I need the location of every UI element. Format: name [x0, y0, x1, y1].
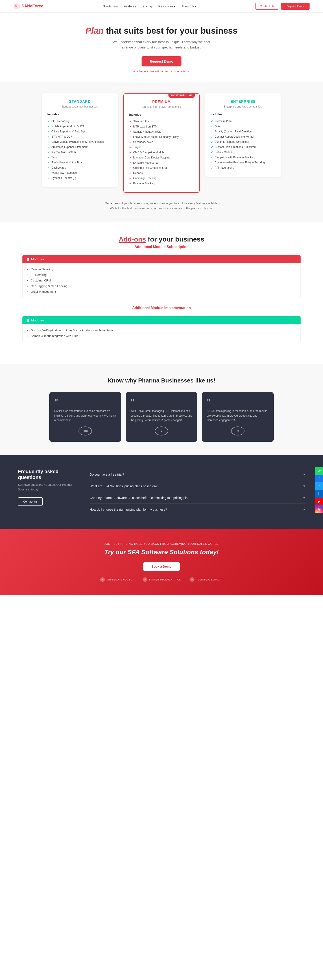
faq-item-3[interactable]: How do I choose the right pricing plan f…	[90, 504, 305, 515]
logo-placeholder-1: ●	[155, 426, 168, 436]
implementation-header: ▦ Modules	[22, 316, 301, 325]
list-item: ✔Quiz	[211, 124, 276, 129]
youtube-link[interactable]: ▶	[315, 498, 323, 505]
faq-item-1[interactable]: What are SFA Solutions' pricing plans ba…	[90, 480, 305, 492]
faq-question-3: How do I choose the right pricing plan f…	[90, 508, 167, 511]
list-item: ✔Offline Reporting & Auto Sync	[48, 129, 112, 134]
cta-badge-icon-0: ✓	[100, 578, 105, 582]
list-item: ✔Survey Module	[211, 150, 276, 155]
cta-badges: ✓ TRY BEFORE YOU BUY ⚡ FASTER IMPLEMENTA…	[9, 578, 314, 582]
faq-left: Frequently asked questions Still have qu…	[18, 469, 76, 515]
nav-resources[interactable]: Resources	[158, 5, 175, 8]
list-item: Customer CRM	[31, 278, 296, 283]
faq-arrow-2: ▾	[303, 496, 305, 500]
hero-title-highlight: Plan	[86, 26, 103, 35]
list-item: ✔Custom Field Creations (10)	[129, 165, 194, 170]
nav-demo-btn[interactable]: Request Demo	[281, 3, 310, 10]
linkedin-link[interactable]: in	[315, 490, 323, 498]
list-item: ✔Custom Field Creations (Unlimited)	[211, 145, 276, 150]
addons-title: Add-ons for your business	[22, 235, 301, 243]
list-item: ✔Dynamic Reports (10)	[129, 160, 194, 165]
includes-label-premium: Includes	[129, 113, 194, 116]
plan-desc-standard: Startups and small businesses.	[48, 105, 112, 108]
list-item: ✔Reports	[129, 170, 194, 176]
testimonial-logo-1: ●	[131, 426, 192, 436]
list-item: ✔Flash News & Notice Board	[48, 160, 112, 165]
hero-schedule-link[interactable]: or schedule time with a product speciali…	[133, 70, 190, 73]
subscription-items: Remote Detailing E - Detailing Customer …	[22, 263, 301, 298]
nav-solutions[interactable]: Solutions	[103, 5, 117, 8]
pricing-card-premium: MOST POPULAR PREMIUM Teams at high-growt…	[124, 93, 200, 193]
list-item: ✔Automatic Expense Statement	[48, 145, 112, 150]
twitter-link[interactable]: t	[315, 482, 323, 490]
hero-title: Plan that suits best for your business	[5, 26, 318, 36]
plan-desc-premium: Teams at high-growth companies.	[129, 105, 194, 108]
list-item: ✔Leave Module as per Company Policy	[129, 134, 194, 140]
whatsapp-link[interactable]: W	[315, 467, 323, 475]
list-item: ✔Target	[129, 145, 194, 150]
list-item: ✔Premium Plan +	[211, 119, 276, 124]
list-item: ✔Manager Core Doctor Mapping	[129, 155, 194, 160]
list-item: ✔Internal Mail System	[48, 150, 112, 155]
implementation-items: Doctors De-Duplication (Unique Doctor An…	[22, 325, 301, 342]
hero-subtitle: We understand that every business is uni…	[5, 39, 318, 50]
addons-title-highlight: Add-ons	[119, 235, 146, 243]
faq-arrow-1: ▾	[303, 484, 305, 488]
faq-section: Frequently asked questions Still have qu…	[0, 455, 323, 529]
list-item: Order Management	[31, 289, 296, 294]
feature-list-enterprise: ✔Premium Plan + ✔Quiz ✔Activity (Custom …	[211, 119, 276, 170]
includes-label-enterprise: Includes	[211, 113, 276, 116]
plan-name-standard: STANDARD	[48, 100, 112, 104]
facebook-link[interactable]: f	[315, 475, 323, 482]
list-item: ✔Dynamic Reports (Unlimited)	[211, 139, 276, 145]
list-item: Doctors De-Duplication (Unique Doctor An…	[31, 328, 296, 333]
nav-pricing[interactable]: Pricing	[142, 5, 152, 8]
logo-placeholder-2: ⊞	[231, 426, 244, 436]
testimonial-logo-2: ⊞	[207, 426, 269, 436]
logo-text: SANeForce	[22, 4, 43, 8]
pricing-card-enterprise: ENTERPRISE Enterprise and large companie…	[205, 93, 281, 177]
feature-list-premium: ✔Standard Plan + ✔MTP based on STP ✔Samp…	[129, 119, 194, 186]
faq-sub: Still have questions? Contact Our Produc…	[18, 483, 76, 492]
feature-list-standard: ✔SFE Reporting ✔Mobile App - Android & i…	[48, 119, 112, 181]
list-item: ✔API Integrations	[211, 165, 276, 170]
plan-desc-enterprise: Enterprise and large companies.	[211, 105, 276, 108]
testimonial-card-0: " SANeForce transformed our sales proces…	[49, 392, 121, 442]
cta-badge-1: ⚡ FASTER IMPLEMENTATION	[143, 578, 181, 582]
faq-contact-btn[interactable]: Contact Us	[18, 497, 43, 506]
cta-badge-label-0: TRY BEFORE YOU BUY	[106, 578, 134, 581]
faq-item-0[interactable]: Do you have a free trial? ▾	[90, 469, 305, 480]
social-float: W f t in ▶ ◉	[315, 467, 323, 513]
includes-label-standard: Includes	[48, 113, 112, 116]
list-item: ✔Activity (Custom Field Creation)	[211, 129, 276, 134]
testimonials-title: Know why Pharma Businesses like us!	[13, 377, 310, 384]
addons-title-rest: for your business	[146, 235, 204, 243]
logo-placeholder-0: FDC	[79, 426, 92, 436]
list-item: Geo Tagging & Geo Fencing	[31, 283, 296, 289]
list-item: ✔Leave Module (Maintains only leave bala…	[48, 139, 112, 145]
cta-book-demo-btn[interactable]: Book a Demo	[143, 562, 179, 571]
cta-pre: DON'T LET PRICING HOLD YOU BACK FROM ACH…	[9, 542, 314, 546]
cta-section: DON'T LET PRICING HOLD YOU BACK FROM ACH…	[0, 529, 323, 595]
list-item: ✔Campaign with Business Tracking	[211, 155, 276, 160]
nav-features[interactable]: Features	[124, 5, 136, 8]
implementation-header-icon: ▦	[27, 318, 29, 322]
list-item: ✔Campaign Tracking	[129, 176, 194, 181]
logo[interactable]: S SANeForce	[13, 3, 43, 10]
list-item: ✔Mobile App - Android & iOS	[48, 124, 112, 129]
cta-badge-0: ✓ TRY BEFORE YOU BUY	[100, 578, 134, 582]
cta-badge-2: ☎ TECHNICAL SUPPORT	[190, 578, 223, 582]
nav-cta: Contact Us Request Demo	[255, 3, 310, 10]
list-item: ✔Task	[48, 155, 112, 160]
nav-about[interactable]: About Us	[181, 5, 196, 8]
list-item: Sample & Input integration with ERP	[31, 333, 296, 339]
testimonials-section: Know why Pharma Businesses like us! " SA…	[0, 364, 323, 455]
nav-contact-btn[interactable]: Contact Us	[255, 3, 279, 10]
instagram-link[interactable]: ◉	[315, 505, 323, 513]
testimonial-text-0: SANeForce transformed our sales process!…	[54, 409, 116, 422]
hero-demo-btn[interactable]: Request Demo	[141, 56, 181, 67]
faq-right: Do you have a free trial? ▾ What are SFA…	[90, 469, 305, 515]
faq-question-1: What are SFA Solutions' pricing plans ba…	[90, 484, 157, 488]
list-item: ✔Customer-wise Business Entry & Tracking	[211, 160, 276, 165]
faq-item-2[interactable]: Can I try Pharma Software Solutions befo…	[90, 492, 305, 504]
